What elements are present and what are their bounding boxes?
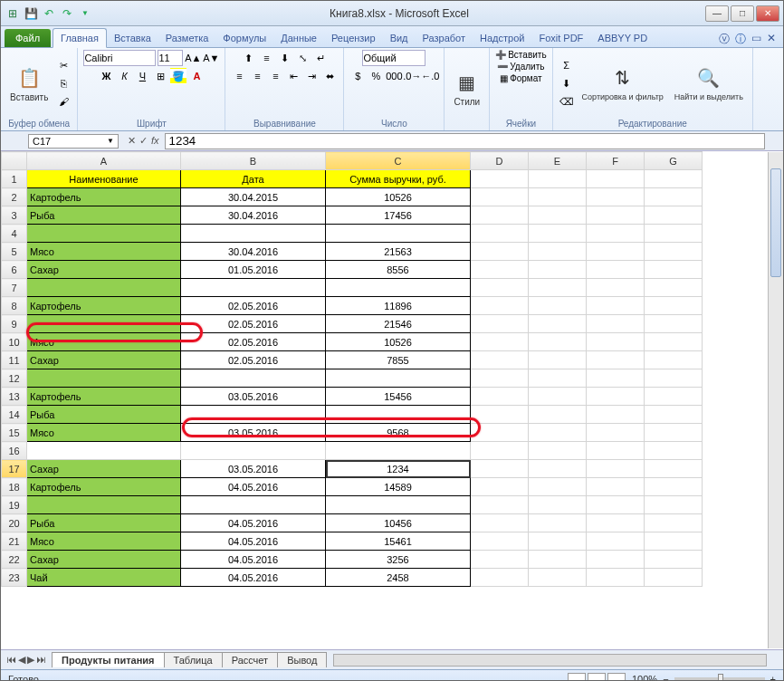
- cell-A23[interactable]: Чай: [27, 569, 181, 587]
- tab-view[interactable]: Вид: [383, 29, 416, 47]
- view-pagebreak-icon[interactable]: [607, 673, 626, 682]
- cell-G4[interactable]: [645, 225, 703, 243]
- cell-F18[interactable]: [587, 478, 645, 496]
- cell-B11[interactable]: 02.05.2016: [181, 351, 326, 369]
- align-bottom-icon[interactable]: ⬇: [276, 50, 292, 66]
- row-header-9[interactable]: 9: [2, 315, 27, 333]
- row-header-11[interactable]: 11: [2, 351, 27, 369]
- cell-B12[interactable]: [181, 369, 326, 388]
- cell-B15[interactable]: 03.05.2016: [181, 424, 326, 442]
- cell-G15[interactable]: [645, 424, 703, 442]
- cell-F13[interactable]: [587, 388, 645, 406]
- cell-C5[interactable]: 21563: [326, 243, 471, 261]
- cell-D13[interactable]: [471, 388, 529, 406]
- cell-A21[interactable]: Мясо: [27, 532, 181, 551]
- cell-E6[interactable]: [529, 261, 587, 279]
- border-icon[interactable]: ⊞: [152, 68, 168, 84]
- row-header-12[interactable]: 12: [2, 369, 27, 388]
- tab-formulas[interactable]: Формулы: [215, 29, 273, 47]
- cell-B10[interactable]: 02.05.2016: [181, 333, 326, 351]
- view-normal-icon[interactable]: [568, 673, 586, 682]
- qat-dropdown-icon[interactable]: ▼: [77, 5, 93, 22]
- cell-F7[interactable]: [587, 279, 645, 297]
- format-cells-button[interactable]: ▦Формат: [500, 73, 542, 83]
- cell-F23[interactable]: [587, 569, 645, 587]
- cell-C20[interactable]: 10456: [326, 514, 471, 532]
- row-header-7[interactable]: 7: [2, 279, 27, 297]
- font-size-input[interactable]: [158, 50, 183, 66]
- col-header-E[interactable]: E: [529, 152, 587, 170]
- cell-C10[interactable]: 10526: [326, 333, 471, 351]
- worksheet-grid[interactable]: ABCDEFG1НаименованиеДатаСумма выручки, р…: [1, 151, 783, 649]
- cell-A11[interactable]: Сахар: [27, 351, 181, 369]
- row-header-1[interactable]: 1: [2, 170, 27, 188]
- cell-C17[interactable]: 1234: [326, 460, 471, 478]
- cell-D4[interactable]: [471, 225, 529, 243]
- help-icon[interactable]: ⓘ: [735, 32, 746, 47]
- cell-G9[interactable]: [645, 315, 703, 333]
- zoom-out-icon[interactable]: −: [663, 674, 668, 682]
- cell-F5[interactable]: [587, 243, 645, 261]
- view-layout-icon[interactable]: [588, 673, 606, 682]
- cell-A18[interactable]: Картофель: [27, 478, 181, 496]
- indent-dec-icon[interactable]: ⇤: [285, 68, 301, 84]
- row-header-2[interactable]: 2: [2, 188, 27, 206]
- cell-F3[interactable]: [587, 206, 645, 225]
- cell-B5[interactable]: 30.04.2016: [181, 243, 326, 261]
- cell-F22[interactable]: [587, 551, 645, 569]
- cell-G22[interactable]: [645, 551, 703, 569]
- cell-A4[interactable]: [27, 225, 181, 243]
- col-header-C[interactable]: C: [326, 152, 471, 170]
- cell-G7[interactable]: [645, 279, 703, 297]
- cell-F20[interactable]: [587, 514, 645, 532]
- cell-B7[interactable]: [181, 279, 326, 297]
- cell-B13[interactable]: 03.05.2016: [181, 388, 326, 406]
- row-header-18[interactable]: 18: [2, 478, 27, 496]
- cell-B18[interactable]: 04.05.2016: [181, 478, 326, 496]
- bold-button[interactable]: Ж: [98, 68, 114, 84]
- row-header-6[interactable]: 6: [2, 261, 27, 279]
- sheet-nav-first-icon[interactable]: ⏮: [6, 654, 16, 666]
- sheet-tab-3[interactable]: Вывод: [277, 652, 327, 667]
- col-header-A[interactable]: A: [27, 152, 181, 170]
- cell-B2[interactable]: 30.04.2015: [181, 188, 326, 206]
- file-tab[interactable]: Файл: [5, 29, 51, 47]
- tab-addins[interactable]: Надстрой: [473, 29, 531, 47]
- cell-C3[interactable]: 17456: [326, 206, 471, 225]
- insert-cells-button[interactable]: ➕Вставить: [495, 50, 546, 60]
- minimize-ribbon-icon[interactable]: ⓥ: [719, 32, 730, 47]
- cell-D6[interactable]: [471, 261, 529, 279]
- row-header-20[interactable]: 20: [2, 514, 27, 532]
- cell-D16[interactable]: [471, 442, 529, 460]
- cell-D8[interactable]: [471, 297, 529, 315]
- fill-color-icon[interactable]: 🪣: [170, 68, 186, 84]
- row-header-8[interactable]: 8: [2, 297, 27, 315]
- cell-G10[interactable]: [645, 333, 703, 351]
- cell-F8[interactable]: [587, 297, 645, 315]
- tab-data[interactable]: Данные: [273, 29, 324, 47]
- cell-C7[interactable]: [326, 279, 471, 297]
- comma-icon[interactable]: 000: [386, 68, 402, 84]
- copy-icon[interactable]: ⎘: [55, 75, 72, 91]
- cell-C19[interactable]: [326, 496, 471, 514]
- cell-C18[interactable]: 14589: [326, 478, 471, 496]
- cell-A16[interactable]: [27, 442, 181, 460]
- cell-C11[interactable]: 7855: [326, 351, 471, 369]
- cell-G2[interactable]: [645, 188, 703, 206]
- row-header-17[interactable]: 17: [2, 460, 27, 478]
- cell-D22[interactable]: [471, 551, 529, 569]
- cancel-formula-icon[interactable]: ✕: [128, 135, 136, 147]
- cell-B4[interactable]: [181, 225, 326, 243]
- cell-A9[interactable]: [27, 315, 181, 333]
- cell-E22[interactable]: [529, 551, 587, 569]
- font-color-icon[interactable]: A: [188, 68, 205, 84]
- cell-C2[interactable]: 10526: [326, 188, 471, 206]
- sheet-tab-0[interactable]: Продукты питания: [52, 652, 165, 667]
- cell-D11[interactable]: [471, 351, 529, 369]
- cell-G8[interactable]: [645, 297, 703, 315]
- row-header-3[interactable]: 3: [2, 206, 27, 225]
- cell-G12[interactable]: [645, 369, 703, 388]
- name-box[interactable]: C17 ▼: [28, 134, 119, 149]
- cell-G17[interactable]: [645, 460, 703, 478]
- cell-F21[interactable]: [587, 532, 645, 551]
